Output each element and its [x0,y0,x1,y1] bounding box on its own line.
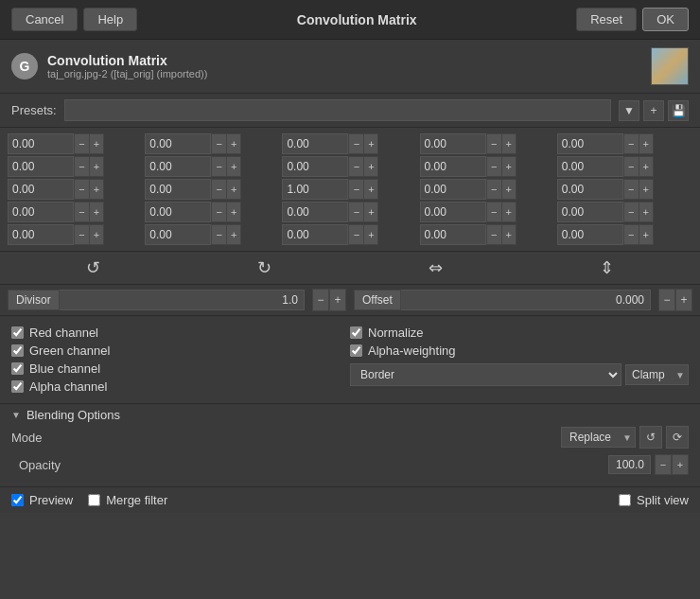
opacity-value[interactable]: 100.0 [608,455,651,474]
divisor-plus[interactable]: + [329,289,346,311]
matrix-plus-3-2[interactable]: + [363,202,378,222]
blue-channel-checkbox[interactable] [11,362,24,375]
presets-add-icon[interactable]: + [643,100,664,121]
matrix-plus-4-2[interactable]: + [363,224,378,245]
matrix-input-1-2[interactable] [282,156,348,177]
reset-button[interactable]: Reset [576,8,637,31]
blending-header[interactable]: ▼ Blending Options [11,408,689,422]
matrix-plus-0-2[interactable]: + [363,133,378,154]
matrix-plus-3-3[interactable]: + [501,202,516,222]
flip-h-icon[interactable]: ⇔ [421,255,450,280]
matrix-plus-4-4[interactable]: + [639,224,654,245]
mode-select[interactable]: Replace [561,427,636,448]
red-channel-checkbox[interactable] [11,326,24,339]
matrix-input-2-3[interactable] [420,179,486,200]
matrix-input-4-4[interactable] [557,224,623,245]
matrix-input-3-2[interactable] [282,202,348,222]
offset-value[interactable]: 0.000 [401,290,651,310]
matrix-minus-3-0[interactable]: − [74,202,89,222]
matrix-plus-4-0[interactable]: + [89,224,104,245]
matrix-minus-0-3[interactable]: − [486,133,501,154]
offset-minus[interactable]: − [658,289,675,311]
matrix-minus-3-2[interactable]: − [348,202,363,222]
matrix-minus-3-4[interactable]: − [623,202,639,222]
matrix-minus-1-2[interactable]: − [348,156,363,177]
matrix-input-3-4[interactable] [557,202,623,222]
matrix-minus-2-4[interactable]: − [623,179,639,200]
flip-v-icon[interactable]: ⇕ [592,255,621,280]
mode-reset-icon[interactable]: ↺ [639,426,662,449]
matrix-plus-1-0[interactable]: + [89,156,104,177]
merge-filter-checkbox[interactable] [88,494,100,506]
matrix-minus-2-2[interactable]: − [348,179,363,200]
matrix-minus-4-2[interactable]: − [348,224,363,245]
matrix-minus-3-3[interactable]: − [486,202,501,222]
matrix-input-4-3[interactable] [420,224,486,245]
matrix-minus-0-4[interactable]: − [623,133,639,154]
matrix-input-4-0[interactable] [8,224,74,245]
matrix-input-2-4[interactable] [557,179,623,200]
presets-dropdown-icon[interactable]: ▼ [619,100,639,121]
matrix-plus-3-1[interactable]: + [226,202,241,222]
matrix-plus-1-1[interactable]: + [226,156,241,177]
matrix-minus-2-0[interactable]: − [74,179,89,200]
matrix-minus-3-1[interactable]: − [211,202,226,222]
border-select[interactable]: Border [350,363,621,386]
opacity-plus[interactable]: + [672,454,689,475]
matrix-plus-2-3[interactable]: + [501,179,516,200]
matrix-plus-0-4[interactable]: + [639,133,654,154]
matrix-plus-4-1[interactable]: + [226,224,241,245]
matrix-input-2-1[interactable] [145,179,211,200]
matrix-minus-1-4[interactable]: − [623,156,639,177]
matrix-minus-1-0[interactable]: − [74,156,89,177]
matrix-input-2-2[interactable] [282,179,348,200]
preview-checkbox[interactable] [11,494,24,506]
matrix-minus-2-1[interactable]: − [211,179,226,200]
matrix-minus-4-4[interactable]: − [623,224,639,245]
matrix-input-0-0[interactable] [8,133,74,154]
matrix-input-1-4[interactable] [557,156,623,177]
matrix-input-0-2[interactable] [282,133,348,154]
divisor-minus[interactable]: − [312,289,329,311]
matrix-plus-2-2[interactable]: + [363,179,378,200]
matrix-input-2-0[interactable] [8,179,74,200]
matrix-minus-1-3[interactable]: − [486,156,501,177]
matrix-minus-0-0[interactable]: − [74,133,89,154]
matrix-plus-3-0[interactable]: + [89,202,104,222]
mode-extra-icon[interactable]: ⟳ [666,426,689,449]
matrix-plus-0-1[interactable]: + [226,133,241,154]
matrix-input-3-0[interactable] [8,202,74,222]
matrix-input-0-4[interactable] [557,133,623,154]
presets-save-icon[interactable]: 💾 [668,100,689,121]
opacity-minus[interactable]: − [655,454,672,475]
normalize-checkbox[interactable] [350,326,362,339]
matrix-plus-0-0[interactable]: + [89,133,104,154]
ok-button[interactable]: OK [642,8,689,31]
rotate-cw-icon[interactable]: ↻ [250,255,279,280]
matrix-input-4-1[interactable] [145,224,211,245]
matrix-plus-1-4[interactable]: + [639,156,654,177]
matrix-minus-0-1[interactable]: − [211,133,226,154]
matrix-input-4-2[interactable] [282,224,348,245]
matrix-minus-4-1[interactable]: − [211,224,226,245]
presets-select[interactable] [64,99,611,121]
rotate-ccw-icon[interactable]: ↺ [79,255,108,280]
matrix-input-3-1[interactable] [145,202,211,222]
cancel-button[interactable]: Cancel [11,8,78,31]
matrix-input-1-1[interactable] [145,156,211,177]
matrix-minus-4-0[interactable]: − [74,224,89,245]
split-view-checkbox[interactable] [619,494,631,506]
matrix-plus-4-3[interactable]: + [501,224,516,245]
alpha-channel-checkbox[interactable] [11,380,24,393]
matrix-minus-4-3[interactable]: − [486,224,501,245]
matrix-minus-2-3[interactable]: − [486,179,501,200]
matrix-minus-0-2[interactable]: − [348,133,363,154]
help-button[interactable]: Help [83,8,137,31]
matrix-input-3-3[interactable] [420,202,486,222]
matrix-plus-2-0[interactable]: + [89,179,104,200]
alpha-weighting-checkbox[interactable] [350,344,362,357]
matrix-plus-0-3[interactable]: + [501,133,516,154]
green-channel-checkbox[interactable] [11,344,24,357]
matrix-plus-1-2[interactable]: + [363,156,378,177]
matrix-plus-1-3[interactable]: + [501,156,516,177]
